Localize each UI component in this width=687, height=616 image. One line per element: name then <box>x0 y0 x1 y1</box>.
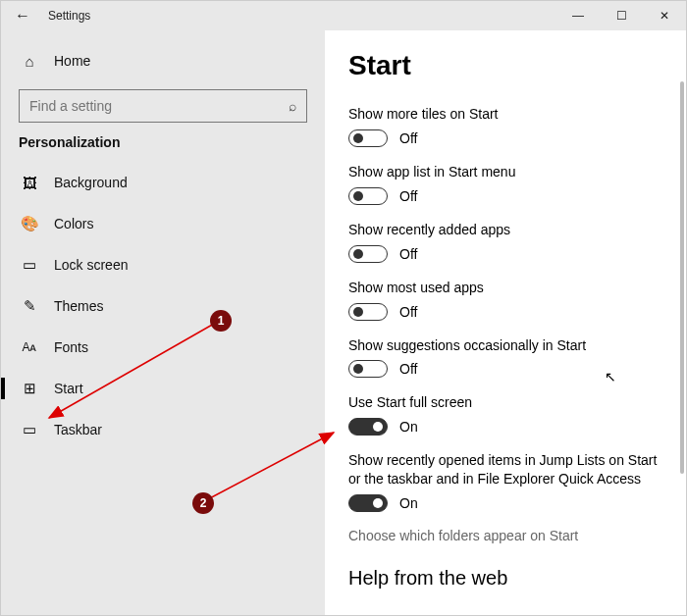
setting-label: Show suggestions occasionally in Start <box>348 336 662 355</box>
sidebar-item-label: Lock screen <box>54 257 128 273</box>
sidebar-item-themes[interactable]: ✎ Themes <box>1 285 325 327</box>
page-title: Start <box>348 50 662 81</box>
setting-most-used: Show most used apps Off <box>348 279 662 321</box>
sidebar-item-taskbar[interactable]: ▭ Taskbar <box>1 409 325 450</box>
setting-more-tiles: Show more tiles on Start Off <box>348 105 662 147</box>
minimize-button[interactable]: — <box>556 1 600 30</box>
home-nav[interactable]: ⌂ Home <box>1 40 325 81</box>
setting-jump-lists: Show recently opened items in Jump Lists… <box>348 451 662 512</box>
toggle-state: Off <box>399 304 417 320</box>
sidebar: ⌂ Home ⌕ Personalization 🖼 Background 🎨 … <box>1 30 325 615</box>
toggle-jump-lists[interactable] <box>348 494 388 512</box>
toggle-recently-added[interactable] <box>348 245 388 263</box>
annotation-badge-2: 2 <box>192 492 214 514</box>
setting-label: Show recently added apps <box>348 221 662 239</box>
help-subhead: Help from the web <box>348 567 662 590</box>
sidebar-item-label: Start <box>54 381 83 396</box>
taskbar-icon: ▭ <box>19 421 40 438</box>
back-button[interactable]: ← <box>1 7 44 25</box>
search-box[interactable]: ⌕ <box>19 89 307 123</box>
themes-icon: ✎ <box>19 297 40 315</box>
setting-label: Show recently opened items in Jump Lists… <box>348 451 662 488</box>
sidebar-item-label: Fonts <box>54 339 88 355</box>
fonts-icon: Aᴀ <box>19 340 40 354</box>
start-icon: ⊞ <box>19 380 40 397</box>
toggle-state: Off <box>399 188 417 204</box>
sidebar-item-lock-screen[interactable]: ▭ Lock screen <box>1 244 325 285</box>
toggle-state: Off <box>399 361 417 377</box>
main-panel: Start Show more tiles on Start Off Show … <box>325 30 686 615</box>
toggle-state: On <box>399 419 418 435</box>
palette-icon: 🎨 <box>19 215 40 232</box>
sidebar-item-colors[interactable]: 🎨 Colors <box>1 203 325 244</box>
sidebar-item-label: Taskbar <box>54 422 102 437</box>
toggle-most-used[interactable] <box>348 303 388 321</box>
toggle-more-tiles[interactable] <box>348 129 388 147</box>
cursor-icon: ↖ <box>605 369 616 385</box>
toggle-full-screen[interactable] <box>348 418 388 436</box>
setting-full-screen: Use Start full screen On <box>348 393 662 436</box>
sidebar-item-label: Background <box>54 175 128 190</box>
home-icon: ⌂ <box>19 53 40 70</box>
setting-recently-added: Show recently added apps Off <box>348 221 662 263</box>
setting-label: Show most used apps <box>348 279 662 297</box>
category-label: Personalization <box>19 134 307 150</box>
toggle-state: On <box>399 495 418 511</box>
sidebar-item-label: Colors <box>54 216 93 231</box>
sidebar-item-background[interactable]: 🖼 Background <box>1 162 325 203</box>
picture-icon: 🖼 <box>19 175 40 191</box>
setting-label: Show more tiles on Start <box>348 105 662 124</box>
toggle-app-list[interactable] <box>348 187 388 205</box>
titlebar: ← Settings — ☐ ✕ <box>1 1 686 30</box>
window-title: Settings <box>48 9 90 23</box>
close-button[interactable]: ✕ <box>643 1 686 30</box>
lock-screen-icon: ▭ <box>19 256 40 274</box>
sidebar-item-label: Themes <box>54 298 104 314</box>
toggle-suggestions[interactable] <box>348 360 388 378</box>
home-label: Home <box>54 53 90 69</box>
sidebar-item-start[interactable]: ⊞ Start <box>1 368 325 409</box>
setting-label: Use Start full screen <box>348 393 662 412</box>
search-icon: ⌕ <box>289 98 296 114</box>
scrollbar[interactable] <box>680 81 684 474</box>
annotation-badge-1: 1 <box>210 310 232 332</box>
setting-app-list: Show app list in Start menu Off <box>348 163 662 205</box>
folders-link[interactable]: Choose which folders appear on Start <box>348 528 662 543</box>
search-input[interactable] <box>29 98 289 114</box>
toggle-state: Off <box>399 130 417 146</box>
sidebar-item-fonts[interactable]: Aᴀ Fonts <box>1 327 325 368</box>
setting-label: Show app list in Start menu <box>348 163 662 181</box>
toggle-state: Off <box>399 246 417 262</box>
maximize-button[interactable]: ☐ <box>600 1 643 30</box>
